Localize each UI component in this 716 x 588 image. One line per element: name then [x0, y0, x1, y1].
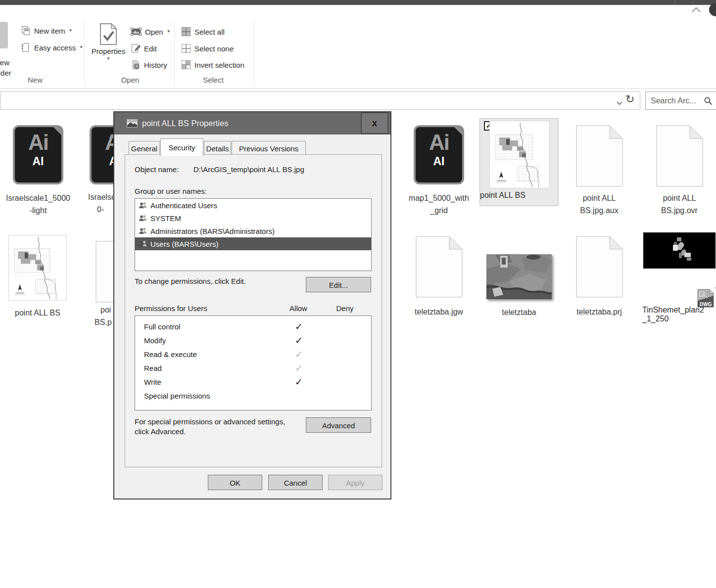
permission-name: Special permissions — [135, 392, 285, 400]
permission-row-special-permissions: Special permissions — [135, 389, 371, 403]
dropdown-arrow-icon: ▼ — [69, 29, 73, 33]
file-label: point ALL BS — [0, 307, 75, 319]
invert-selection-icon — [181, 60, 191, 70]
advanced-button[interactable]: Advanced — [306, 417, 371, 433]
select-none-button[interactable]: Select none — [181, 42, 234, 55]
permission-row-full-control: Full control ✓ — [135, 319, 371, 333]
permission-name: Read — [135, 364, 285, 372]
dwg-thumbnail — [643, 232, 716, 269]
file-item[interactable]: point ALLBS.jpg.ovr — [640, 125, 716, 217]
select-all-button[interactable]: Select all — [181, 25, 225, 38]
easy-access-button[interactable]: Easy access ▼ — [21, 41, 83, 54]
allow-checkmark-icon: ✓ — [295, 376, 303, 387]
edit-button[interactable]: Edit — [131, 42, 157, 55]
apply-button[interactable]: Apply — [328, 475, 382, 490]
cancel-button[interactable]: Cancel — [268, 475, 323, 490]
search-icon[interactable] — [704, 96, 713, 107]
file-label: Israelscale1_5000-light — [0, 192, 78, 217]
page-fold-icon — [53, 127, 61, 135]
permission-row-write: Write ✓ — [135, 375, 371, 389]
permissions-title: Permissions for Users — [135, 304, 207, 313]
file-item[interactable]: point ALL BS — [0, 235, 75, 319]
tab-security[interactable]: Security — [160, 138, 203, 156]
file-label: Israelsc — [88, 193, 115, 202]
select-all-label: Select all — [194, 28, 225, 36]
document-icon — [576, 125, 623, 187]
page-fold-icon — [454, 127, 462, 135]
search-input[interactable] — [650, 94, 701, 108]
ribbon-group-label-new: New — [0, 76, 70, 84]
map-thumbnail — [8, 235, 67, 301]
group-row-administrators[interactable]: Administrators (BARS\Administrators) — [135, 225, 371, 237]
permission-row-read-execute: Read & execute ✓ — [135, 347, 371, 361]
file-label: point ALLBS.jpg.aux — [560, 192, 639, 217]
edit-icon — [131, 44, 141, 53]
deny-column-header: Deny — [331, 304, 359, 313]
chevron-down-icon — [616, 101, 623, 105]
ai-icon-subtext: AI — [15, 155, 61, 168]
invert-selection-label: Invert selection — [194, 61, 244, 69]
tab-previous-versions[interactable]: Previous Versions — [232, 141, 306, 155]
photo-thumbnail — [486, 254, 552, 299]
file-item[interactable]: teletztaba.jgw — [399, 236, 478, 318]
invert-selection-button[interactable]: Invert selection — [181, 58, 244, 71]
new-folder-label-line1: New — [0, 57, 22, 68]
new-item-button[interactable]: New item ▼ — [21, 24, 72, 37]
open-button[interactable]: Open ▼ — [131, 25, 171, 38]
users-group-icon — [139, 227, 147, 235]
ok-button[interactable]: OK — [208, 475, 262, 490]
window-control-divider — [693, 0, 694, 5]
permission-row-read: Read ✓ — [135, 361, 371, 375]
search-box — [645, 91, 716, 110]
history-button[interactable]: History — [131, 58, 167, 71]
address-dropdown-button[interactable] — [616, 98, 623, 107]
select-none-icon — [181, 44, 191, 53]
permissions-list: Full control ✓ Modify ✓ Read & execute ✓… — [135, 316, 372, 410]
group-row-users[interactable]: Users (BARS\Users) — [135, 237, 371, 250]
window-control-divider — [674, 0, 675, 5]
group-user-list: Authenticated Users SYSTEM Administrator… — [135, 198, 372, 271]
tab-general[interactable]: General — [129, 141, 160, 155]
allow-checkmark-icon: ✓ — [295, 321, 303, 332]
dialog-title: point ALL BS Properties — [142, 112, 229, 135]
address-input[interactable] — [3, 93, 599, 108]
close-button[interactable]: x — [361, 112, 388, 134]
group-row-system[interactable]: SYSTEM — [135, 212, 371, 225]
file-item[interactable]: teletztaba.prj — [560, 236, 639, 318]
properties-label: Properties — [92, 47, 125, 55]
file-label: BS.p — [95, 318, 112, 327]
edit-permissions-button[interactable]: Edit... — [306, 277, 371, 292]
ribbon-group-separator — [84, 21, 85, 86]
account-circle-button[interactable] — [709, 3, 716, 16]
new-item-label: New item — [34, 27, 65, 35]
file-label: map1_5000_with_grid — [399, 192, 478, 217]
allow-checkmark-icon: ✓ — [295, 362, 303, 373]
group-name: SYSTEM — [150, 214, 181, 223]
properties-button[interactable]: Properties ▼ — [90, 23, 127, 61]
file-item[interactable]: Ai AI map1_5000_with_grid — [399, 125, 478, 217]
explorer-window: New folder New item ▼ Easy access ▼ New … — [0, 0, 716, 588]
document-icon — [576, 236, 623, 298]
ribbon-bottom-border — [0, 89, 716, 89]
history-label: History — [144, 61, 167, 69]
edit-hint: To change permissions, click Edit. — [135, 277, 246, 285]
file-item[interactable]: Ai AI Israelscale1_5000-light — [0, 125, 78, 217]
file-item[interactable]: teletztaba — [479, 254, 559, 318]
group-row-authenticated-users[interactable]: Authenticated Users — [135, 199, 371, 212]
open-icon — [131, 27, 142, 36]
file-item[interactable]: point ALLBS.jpg.aux — [560, 125, 639, 217]
new-item-icon — [21, 26, 31, 36]
new-folder-button[interactable]: New folder — [0, 57, 22, 78]
permission-name: Full control — [135, 322, 285, 331]
ribbon-collapse-button[interactable] — [691, 6, 702, 13]
group-name: Users (BARS\Users) — [150, 240, 219, 248]
image-file-icon — [127, 119, 138, 129]
file-item-selected[interactable]: ✓ point ALL BS — [479, 118, 559, 206]
ai-file-icon: Ai AI — [414, 125, 464, 184]
file-item[interactable]: DWG ™ TinShemet_plan2_1_250 — [642, 232, 716, 331]
refresh-button[interactable]: ↻ — [625, 93, 634, 105]
group-name: Administrators (BARS\Administrators) — [150, 227, 275, 235]
history-icon — [131, 60, 141, 70]
file-label: teletztaba.prj — [560, 306, 639, 318]
tab-details[interactable]: Details — [204, 141, 231, 155]
